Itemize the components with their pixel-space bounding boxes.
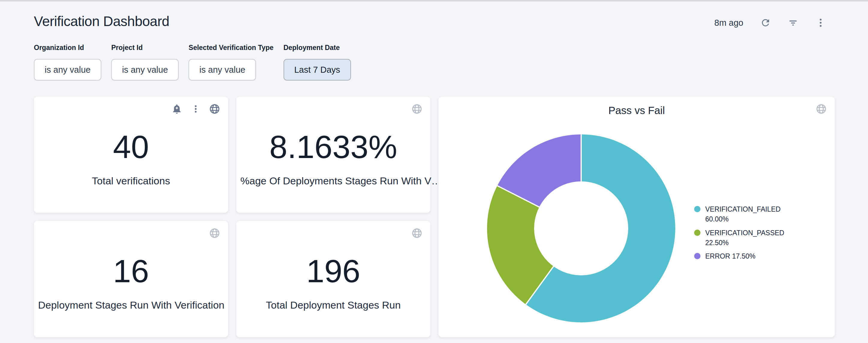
kpi-value: 8.1633% (270, 131, 397, 163)
globe-icon[interactable] (411, 228, 423, 239)
filter-label: Project Id (111, 44, 179, 52)
tile-hover-actions (171, 103, 220, 115)
filter-label: Deployment Date (283, 44, 351, 52)
globe-icon[interactable] (815, 103, 827, 115)
globe-icon[interactable] (411, 103, 423, 115)
filter-icon[interactable] (788, 18, 799, 28)
kebab-menu-icon[interactable] (815, 18, 826, 28)
kpi-tile-stages-run-with-verification: 16 Deployment Stages Run With Verificati… (34, 221, 228, 337)
legend-percent: 17.50% (732, 252, 755, 260)
tile-hover-actions (411, 103, 423, 115)
legend-dot (694, 253, 701, 259)
filter-label: Organization Id (34, 44, 101, 52)
chart-title: Pass vs Fail (438, 104, 835, 116)
window-top-border (0, 0, 868, 1)
alert-bell-add-icon[interactable] (171, 103, 183, 115)
legend-item-error[interactable]: ERROR 17.50% (694, 251, 795, 261)
legend-label: VERIFICATION_PASSED (705, 229, 784, 237)
filter-group-organization-id: Organization Id is any value (34, 44, 101, 80)
filter-value-button-organization-id[interactable]: is any value (34, 59, 101, 80)
filter-bar: Organization Id is any value Project Id … (34, 44, 351, 80)
legend-percent: 60.00% (705, 215, 728, 223)
chart-tile-pass-vs-fail: Pass vs Fail VERIFICATION_FAILED 60.00% … (438, 97, 835, 337)
chart-legend: VERIFICATION_FAILED 60.00% VERIFICATION_… (694, 204, 795, 262)
globe-icon[interactable] (209, 103, 220, 115)
filter-group-verification-type: Selected Verification Type is any value (188, 44, 273, 80)
legend-percent: 22.50% (705, 239, 728, 247)
tile-hover-actions (209, 228, 220, 239)
filter-value-button-verification-type[interactable]: is any value (188, 59, 256, 80)
last-refresh-time: 8m ago (714, 18, 743, 28)
kpi-label: Total Deployment Stages Run (266, 299, 401, 311)
kpi-value: 16 (113, 255, 149, 287)
legend-item-verification-passed[interactable]: VERIFICATION_PASSED 22.50% (694, 228, 795, 248)
donut-chart[interactable] (487, 134, 675, 322)
tile-hover-actions (815, 103, 827, 115)
kpi-label: %age Of Deployments Stages Run With V… (240, 175, 426, 187)
dashboard-header-actions: 8m ago (714, 18, 826, 28)
globe-icon[interactable] (209, 228, 220, 239)
kpi-tile-total-stages-run: 196 Total Deployment Stages Run (236, 221, 430, 337)
refresh-icon[interactable] (760, 18, 771, 28)
legend-dot (694, 206, 701, 212)
kpi-label: Deployment Stages Run With Verification (38, 299, 224, 311)
filter-group-deployment-date: Deployment Date Last 7 Days (283, 44, 351, 80)
filter-label: Selected Verification Type (188, 44, 273, 52)
filter-group-project-id: Project Id is any value (111, 44, 179, 80)
page-title: Verification Dashboard (34, 13, 169, 29)
tile-kebab-menu-icon[interactable] (191, 104, 200, 114)
legend-dot (694, 230, 701, 236)
legend-label: VERIFICATION_FAILED (705, 205, 780, 213)
kpi-value: 40 (113, 131, 149, 163)
donut-hole (534, 181, 628, 275)
kpi-tile-pct-stages-with-verification: 8.1633% %age Of Deployments Stages Run W… (236, 97, 430, 213)
kpi-label: Total verifications (92, 175, 170, 187)
filter-value-button-deployment-date[interactable]: Last 7 Days (283, 59, 351, 80)
kpi-tile-total-verifications: 40 Total verifications (34, 97, 228, 213)
tile-hover-actions (411, 228, 423, 239)
legend-label: ERROR (705, 252, 730, 260)
filter-value-button-project-id[interactable]: is any value (111, 59, 179, 80)
legend-item-verification-failed[interactable]: VERIFICATION_FAILED 60.00% (694, 204, 795, 225)
kpi-value: 196 (306, 255, 360, 287)
